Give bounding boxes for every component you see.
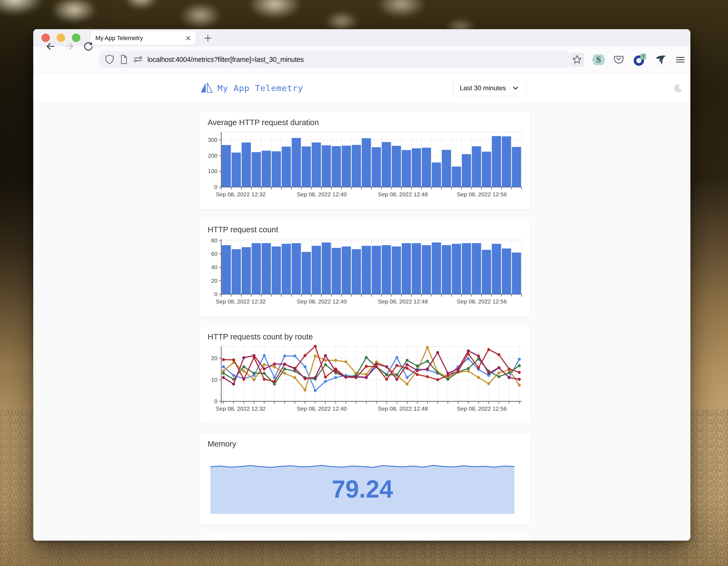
- svg-text:80: 80: [211, 237, 217, 243]
- url-text[interactable]: localhost:4004/metrics?filter[frame]=las…: [147, 56, 304, 63]
- pocket-icon[interactable]: [613, 54, 624, 65]
- svg-text:20: 20: [211, 277, 217, 284]
- tab-title: My App Telemetry: [95, 35, 185, 42]
- browser-window: My App Telemetry: [33, 29, 690, 541]
- app-title: My App Telemetry: [217, 83, 303, 93]
- request-count-bar-chart[interactable]: 020406080Sep 08, 2022 12:32Sep 08, 2022 …: [207, 237, 524, 310]
- chevron-down-icon: [512, 84, 519, 92]
- next-chart-card-partial: [200, 534, 530, 541]
- extension-s-icon[interactable]: S: [592, 53, 605, 66]
- svg-text:!: !: [642, 53, 644, 59]
- svg-text:0: 0: [214, 184, 217, 190]
- svg-text:Sep 08, 2022 12:48: Sep 08, 2022 12:48: [378, 191, 428, 197]
- back-button[interactable]: [45, 41, 56, 52]
- svg-text:20: 20: [211, 355, 217, 361]
- svg-text:Sep 08, 2022 12:40: Sep 08, 2022 12:40: [297, 298, 347, 305]
- svg-text:Sep 08, 2022 12:48: Sep 08, 2022 12:48: [378, 298, 428, 305]
- forward-button[interactable]: [64, 41, 75, 52]
- avg-duration-bar-chart[interactable]: 0100200300Sep 08, 2022 12:32Sep 08, 2022…: [207, 130, 524, 203]
- svg-text:Sep 08, 2022 12:48: Sep 08, 2022 12:48: [378, 406, 428, 412]
- time-range-select[interactable]: Last 30 minutes: [453, 80, 526, 96]
- browser-tab[interactable]: My App Telemetry: [90, 31, 196, 45]
- svg-text:300: 300: [208, 137, 217, 143]
- svg-text:Sep 08, 2022 12:32: Sep 08, 2022 12:32: [216, 191, 266, 197]
- permissions-sliders-icon[interactable]: [133, 54, 143, 65]
- svg-text:0: 0: [214, 398, 217, 404]
- bookmark-star-button[interactable]: [570, 53, 584, 67]
- svg-text:100: 100: [208, 168, 217, 174]
- shield-icon[interactable]: [104, 54, 115, 65]
- chart-title: HTTP request count: [208, 225, 524, 234]
- svg-text:200: 200: [208, 152, 217, 159]
- count-by-route-line-chart[interactable]: 01020Sep 08, 2022 12:32Sep 08, 2022 12:4…: [207, 344, 524, 417]
- svg-text:Sep 08, 2022 12:32: Sep 08, 2022 12:32: [216, 298, 266, 305]
- svg-text:S: S: [596, 54, 601, 64]
- tab-close-icon[interactable]: [185, 35, 192, 42]
- app-brand: My App Telemetry: [200, 81, 303, 95]
- svg-text:Sep 08, 2022 12:32: Sep 08, 2022 12:32: [216, 406, 266, 412]
- svg-text:Sep 08, 2022 12:56: Sep 08, 2022 12:56: [457, 298, 507, 305]
- tab-bar: My App Telemetry: [33, 29, 690, 46]
- chart-card-avg-duration: Average HTTP request duration 0100200300…: [200, 112, 530, 209]
- svg-text:60: 60: [211, 250, 217, 257]
- svg-text:Sep 08, 2022 12:56: Sep 08, 2022 12:56: [457, 406, 507, 412]
- dark-mode-moon-icon[interactable]: [672, 83, 683, 95]
- memory-area-chart[interactable]: 79.24: [207, 451, 524, 518]
- url-bar[interactable]: localhost:4004/metrics?filter[frame]=las…: [99, 51, 569, 68]
- svg-text:Sep 08, 2022 12:56: Sep 08, 2022 12:56: [457, 191, 507, 197]
- time-range-value: Last 30 minutes: [460, 84, 506, 92]
- chart-title: Memory: [208, 440, 524, 449]
- svg-text:0: 0: [214, 291, 217, 297]
- app-header: My App Telemetry Last 30 minutes: [33, 73, 690, 103]
- svg-text:40: 40: [211, 264, 217, 270]
- chart-card-memory: Memory 79.24: [200, 434, 530, 525]
- dashboard-content: Average HTTP request duration 0100200300…: [33, 103, 690, 541]
- menu-hamburger-icon[interactable]: [675, 54, 685, 65]
- new-tab-button[interactable]: [202, 32, 214, 44]
- telemetry-logo-icon: [200, 81, 213, 95]
- ring-extension-icon[interactable]: !: [633, 53, 646, 66]
- reload-button[interactable]: [82, 41, 94, 52]
- browser-toolbar: localhost:4004/metrics?filter[frame]=las…: [33, 46, 690, 73]
- page-info-icon[interactable]: [119, 54, 128, 65]
- chart-title: HTTP requests count by route: [208, 332, 524, 341]
- chart-card-count-by-route: HTTP requests count by route 01020Sep 08…: [200, 326, 530, 424]
- memory-value: 79.24: [332, 476, 393, 503]
- svg-text:Sep 08, 2022 12:40: Sep 08, 2022 12:40: [297, 191, 347, 197]
- svg-text:Sep 08, 2022 12:40: Sep 08, 2022 12:40: [297, 406, 347, 412]
- chart-card-request-count: HTTP request count 020406080Sep 08, 2022…: [200, 219, 530, 317]
- chart-title: Average HTTP request duration: [208, 118, 524, 127]
- svg-text:10: 10: [211, 377, 217, 383]
- bird-extension-icon[interactable]: [654, 53, 667, 66]
